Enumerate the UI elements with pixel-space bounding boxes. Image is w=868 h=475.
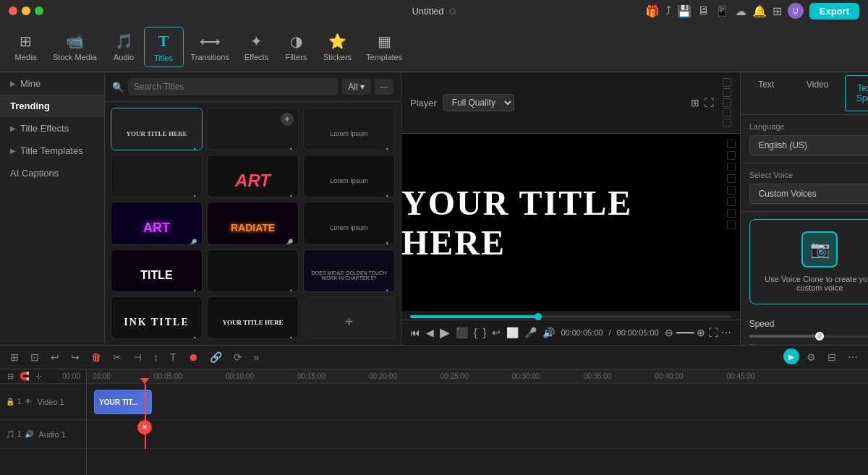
stop-button[interactable]: ⬛ xyxy=(456,327,468,338)
title-card-ink[interactable]: INK TITLE ⬇ Ink Title xyxy=(111,296,203,339)
speed-slider[interactable] xyxy=(749,335,868,338)
skip-back-button[interactable]: ⏮ xyxy=(410,327,420,338)
brace-close-button[interactable]: } xyxy=(483,327,487,338)
gift-icon[interactable]: 🎁 xyxy=(645,4,660,18)
select-button[interactable]: ⊡ xyxy=(26,348,43,366)
loop-button[interactable]: ↩ xyxy=(492,327,501,338)
clone-screen-button[interactable]: ⬜ xyxy=(506,327,519,338)
filter-button[interactable]: All ▾ xyxy=(342,79,370,95)
brace-open-button[interactable]: { xyxy=(474,327,477,338)
toolbar-audio[interactable]: 🎵 Audio xyxy=(104,28,144,66)
sidebar-item-title-effects[interactable]: ▶ Title Effects xyxy=(0,117,104,140)
quality-select[interactable]: Full Quality xyxy=(443,94,514,111)
search-bar: 🔍 All ▾ ··· xyxy=(105,72,401,102)
volume-button[interactable]: 🔊 xyxy=(542,327,555,338)
bell-icon[interactable]: 🔔 xyxy=(752,4,767,18)
toolbar-filters[interactable]: ◑ Filters xyxy=(276,28,316,66)
grid-icon[interactable]: ⊞ xyxy=(773,4,782,18)
zoom-slider[interactable]: ━━━ xyxy=(676,327,694,338)
sidebar-item-mine[interactable]: ▶ Mine xyxy=(0,72,104,95)
toolbar-stock-media[interactable]: 📹 Stock Media xyxy=(46,28,104,66)
right-panel-bottom: Speed Slow Normal Fast Pitch xyxy=(741,312,868,345)
title-card-yourtitle[interactable]: YOUR TITLE HERE ⬇ Your Title Here xyxy=(207,296,299,339)
toolbar-effects[interactable]: ✦ Effects xyxy=(237,28,276,66)
split-button[interactable]: ⊞ xyxy=(6,348,23,366)
fullscreen-button[interactable]: ⛶ xyxy=(704,97,714,108)
expand-arrow-title-effects: ▶ xyxy=(10,124,16,132)
zoom-in-button[interactable]: ⊕ xyxy=(697,327,705,338)
trim-button[interactable]: ⊣ xyxy=(129,348,146,366)
language-select[interactable]: English (US) xyxy=(749,135,868,155)
cut-button[interactable]: ✂ xyxy=(109,348,126,366)
search-input[interactable] xyxy=(128,78,338,95)
tab-video[interactable]: Video xyxy=(792,72,843,114)
sidebar-item-ai-captions[interactable]: AI Captions xyxy=(0,162,104,184)
delete-button[interactable]: 🗑 xyxy=(87,348,106,366)
play-button[interactable]: ▶ xyxy=(440,325,450,341)
device-icon[interactable]: 🖥 xyxy=(697,4,709,17)
more-options-button[interactable]: ··· xyxy=(375,79,393,95)
redo-button[interactable]: ↪ xyxy=(67,348,84,366)
toolbar-media[interactable]: ⊞ Media xyxy=(6,28,46,66)
title-card-bigtitle[interactable]: TITLE ⬇ Big Title Pack T... xyxy=(111,249,203,292)
more-edit-button[interactable]: » xyxy=(250,348,264,366)
voice-section: Select Voice Custom Voices xyxy=(741,163,868,212)
voice-select[interactable]: Custom Voices xyxy=(749,184,868,204)
toolbar-stickers[interactable]: ⭐ Stickers xyxy=(316,28,359,66)
timeline-main[interactable]: 00:00 00:05:00 00:10:00 00:15:00 00:20:0… xyxy=(87,369,868,475)
add-basic1-button[interactable]: + xyxy=(281,113,294,126)
title-card-neon09[interactable]: ART 🎤 Neon Title 09 xyxy=(111,202,203,244)
toolbar-titles[interactable]: T Titles xyxy=(144,27,184,67)
sidebar-item-title-templates[interactable]: ▶ Title Templates xyxy=(0,140,104,162)
fullscreen2-button[interactable]: ⛶ xyxy=(708,327,718,338)
title-card-gameui[interactable]: DOES MIDAS' GOLDEN TOUCH WORK IN CHAPTER… xyxy=(303,249,395,292)
share-icon[interactable]: ⤴ xyxy=(665,4,671,17)
title-card-subtitle1[interactable]: Lorem ipsum ⬇ Subtitle 1 xyxy=(303,202,395,244)
title-card-glow1[interactable]: RADIATE 🎤 Glow Title 1 xyxy=(207,202,299,244)
user-avatar[interactable]: U xyxy=(788,3,804,19)
cloud-icon[interactable]: ☁ xyxy=(735,4,746,18)
title-card-basic1[interactable]: + ⬇ Basic 1 xyxy=(207,108,299,150)
save-icon[interactable]: 💾 xyxy=(677,4,692,18)
text-button[interactable]: T xyxy=(166,348,181,366)
play-all-button[interactable]: ▶ xyxy=(783,348,799,364)
timeline-magnet[interactable]: 🧲 xyxy=(18,370,31,382)
export-button[interactable]: Export xyxy=(809,3,859,20)
time-progress-bar[interactable] xyxy=(410,315,731,318)
undo-button[interactable]: ↩ xyxy=(46,348,64,366)
sidebar-item-trending[interactable]: Trending xyxy=(0,95,104,117)
close-button[interactable] xyxy=(9,7,17,15)
toolbar-templates[interactable]: ▦ Templates xyxy=(359,28,409,66)
title-card-basic6[interactable]: Lorem ipsum ⬇ Basic 6 xyxy=(303,108,395,150)
title-card-title29[interactable]: Lorem Ipsum ⬇ Title 29 xyxy=(303,155,395,197)
title-card-subtitle2[interactable]: ⬇ Subtitle 2 xyxy=(111,155,203,197)
more-edit2-button[interactable]: ⋯ xyxy=(843,348,862,366)
voice-label: Select Voice xyxy=(749,171,868,179)
title-card-more[interactable]: + xyxy=(303,296,395,339)
timeline-add-track[interactable]: ⊟ xyxy=(6,370,15,382)
tab-text[interactable]: Text xyxy=(741,72,792,114)
mic-icon-glow: 🎤 xyxy=(283,239,294,244)
grid-view-button[interactable]: ⊞ xyxy=(691,97,699,108)
phone-icon[interactable]: 📱 xyxy=(715,4,729,18)
record-button[interactable]: ⏺ xyxy=(184,348,203,366)
video-clip[interactable]: YOUR TIT... xyxy=(94,390,152,414)
minimize-button[interactable] xyxy=(22,7,30,15)
title-card-art26[interactable]: ART ⬇ Art Title 26 xyxy=(207,155,299,197)
right-panel: Text Video Text To Speech Language Engli… xyxy=(740,72,868,345)
more-btn[interactable]: ⋯ xyxy=(721,327,731,338)
step-back-button[interactable]: ◀ xyxy=(426,327,434,338)
zoom-out-button[interactable]: ⊖ xyxy=(665,327,673,338)
mic-button[interactable]: 🎤 xyxy=(524,327,537,338)
maximize-button[interactable] xyxy=(35,7,43,15)
audio-sync-button[interactable]: ↕ xyxy=(149,348,163,366)
speed-edit-button[interactable]: ⟳ xyxy=(229,348,247,366)
layers-button[interactable]: ⊟ xyxy=(823,348,841,366)
title-card-default[interactable]: YOUR TITLE HERE ⬇ Default Title xyxy=(111,108,203,150)
tab-tts[interactable]: Text To Speech xyxy=(845,75,868,111)
timeline-snap[interactable]: ⊹ xyxy=(34,370,43,382)
link-button[interactable]: 🔗 xyxy=(205,348,226,366)
toolbar-transitions[interactable]: ⟷ Transitions xyxy=(184,28,237,66)
title-card-subtitle4[interactable]: ⬇ Subtitle 4 xyxy=(207,249,299,292)
settings-edit-button[interactable]: ⚙ xyxy=(802,348,820,366)
